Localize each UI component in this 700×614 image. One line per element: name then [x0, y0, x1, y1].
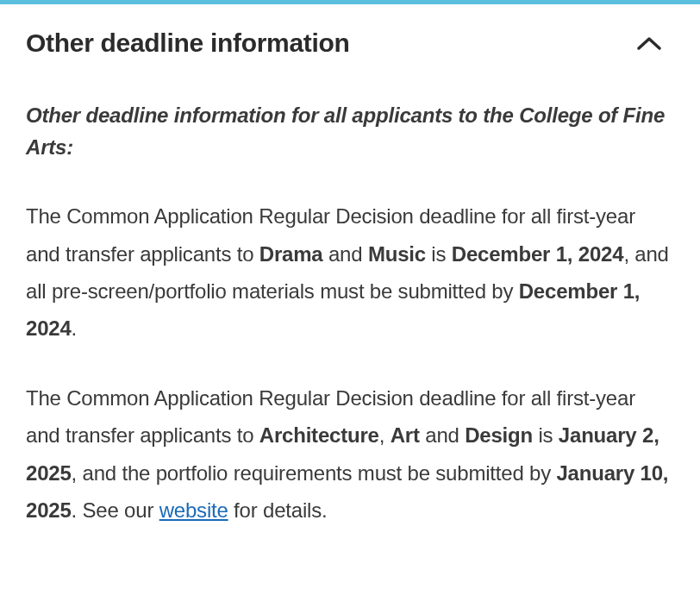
p2-text: , [379, 423, 391, 447]
paragraph-arch-art-design: The Common Application Regular Decision … [26, 379, 674, 529]
p2-text: and [420, 423, 465, 447]
p1-text: and [322, 242, 367, 266]
major-architecture: Architecture [259, 423, 379, 447]
p1-text: . [72, 316, 77, 340]
content-container: Other deadline information Other deadlin… [0, 4, 700, 587]
major-drama: Drama [259, 242, 323, 266]
p2-text: . See our [72, 498, 159, 522]
major-art: Art [391, 423, 420, 447]
p2-text: , and the portfolio requirements must be… [72, 461, 557, 485]
intro-text: Other deadline information for all appli… [26, 99, 674, 163]
paragraph-drama-music: The Common Application Regular Decision … [26, 197, 674, 347]
p1-text: is [426, 242, 452, 266]
p2-text: for details. [228, 498, 328, 522]
p2-text: is [533, 423, 559, 447]
accordion-toggle[interactable]: Other deadline information [26, 28, 674, 58]
accordion-title: Other deadline information [26, 28, 350, 58]
website-link[interactable]: website [159, 498, 228, 522]
major-design: Design [465, 423, 533, 447]
date-dec1a: December 1, 2024 [452, 242, 624, 266]
major-music: Music [368, 242, 426, 266]
chevron-up-icon [636, 35, 662, 51]
